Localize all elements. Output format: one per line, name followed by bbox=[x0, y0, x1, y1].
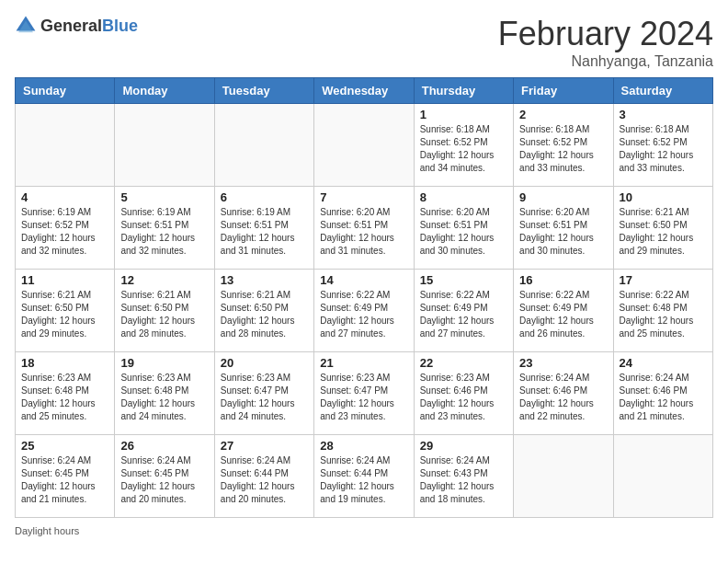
page-header: GeneralBlue February 2024 Nanhyanga, Tan… bbox=[15, 15, 713, 70]
day-info: Sunrise: 6:20 AM Sunset: 6:51 PM Dayligh… bbox=[320, 206, 407, 258]
day-number: 22 bbox=[420, 356, 507, 370]
day-number: 12 bbox=[120, 273, 208, 287]
day-info: Sunrise: 6:19 AM Sunset: 6:52 PM Dayligh… bbox=[21, 206, 108, 258]
day-info: Sunrise: 6:20 AM Sunset: 6:51 PM Dayligh… bbox=[519, 206, 607, 258]
weekday-header-saturday: Saturday bbox=[613, 78, 712, 104]
day-number: 2 bbox=[519, 108, 607, 121]
calendar-cell: 7Sunrise: 6:20 AM Sunset: 6:51 PM Daylig… bbox=[314, 187, 414, 270]
weekday-header-sunday: Sunday bbox=[16, 78, 115, 104]
day-number: 5 bbox=[120, 190, 208, 204]
day-info: Sunrise: 6:24 AM Sunset: 6:46 PM Dayligh… bbox=[620, 372, 707, 423]
day-info: Sunrise: 6:18 AM Sunset: 6:52 PM Dayligh… bbox=[420, 123, 507, 175]
calendar-cell: 27Sunrise: 6:24 AM Sunset: 6:44 PM Dayli… bbox=[214, 435, 313, 518]
calendar-cell bbox=[16, 104, 115, 187]
calendar-cell: 2Sunrise: 6:18 AM Sunset: 6:52 PM Daylig… bbox=[514, 104, 613, 187]
calendar-cell: 18Sunrise: 6:23 AM Sunset: 6:48 PM Dayli… bbox=[16, 352, 115, 435]
day-number: 7 bbox=[320, 190, 407, 204]
day-number: 25 bbox=[21, 439, 108, 453]
day-info: Sunrise: 6:22 AM Sunset: 6:49 PM Dayligh… bbox=[420, 289, 507, 340]
calendar-cell: 6Sunrise: 6:19 AM Sunset: 6:51 PM Daylig… bbox=[214, 187, 313, 270]
calendar-cell: 28Sunrise: 6:24 AM Sunset: 6:44 PM Dayli… bbox=[314, 435, 414, 518]
day-info: Sunrise: 6:19 AM Sunset: 6:51 PM Dayligh… bbox=[221, 206, 308, 258]
day-number: 11 bbox=[21, 273, 108, 287]
day-info: Sunrise: 6:20 AM Sunset: 6:51 PM Dayligh… bbox=[420, 206, 507, 258]
calendar-cell: 1Sunrise: 6:18 AM Sunset: 6:52 PM Daylig… bbox=[414, 104, 513, 187]
day-number: 24 bbox=[620, 356, 707, 370]
day-info: Sunrise: 6:23 AM Sunset: 6:47 PM Dayligh… bbox=[320, 372, 407, 423]
day-info: Sunrise: 6:22 AM Sunset: 6:49 PM Dayligh… bbox=[320, 289, 407, 340]
logo-icon bbox=[15, 15, 37, 37]
calendar-cell: 9Sunrise: 6:20 AM Sunset: 6:51 PM Daylig… bbox=[514, 187, 613, 270]
day-number: 27 bbox=[221, 439, 308, 453]
day-info: Sunrise: 6:24 AM Sunset: 6:44 PM Dayligh… bbox=[320, 454, 407, 506]
day-info: Sunrise: 6:23 AM Sunset: 6:48 PM Dayligh… bbox=[120, 372, 208, 423]
logo-text-blue: Blue bbox=[102, 17, 138, 35]
calendar-cell: 10Sunrise: 6:21 AM Sunset: 6:50 PM Dayli… bbox=[613, 187, 712, 270]
week-row-5: 25Sunrise: 6:24 AM Sunset: 6:45 PM Dayli… bbox=[16, 435, 713, 518]
day-number: 21 bbox=[320, 356, 407, 370]
calendar-cell: 21Sunrise: 6:23 AM Sunset: 6:47 PM Dayli… bbox=[314, 352, 414, 435]
calendar-cell: 15Sunrise: 6:22 AM Sunset: 6:49 PM Dayli… bbox=[414, 270, 513, 352]
calendar-cell bbox=[314, 104, 414, 187]
day-info: Sunrise: 6:22 AM Sunset: 6:48 PM Dayligh… bbox=[620, 289, 707, 340]
day-info: Sunrise: 6:24 AM Sunset: 6:44 PM Dayligh… bbox=[221, 454, 308, 506]
day-number: 18 bbox=[21, 356, 108, 370]
calendar-cell: 23Sunrise: 6:24 AM Sunset: 6:46 PM Dayli… bbox=[514, 352, 613, 435]
calendar-cell: 22Sunrise: 6:23 AM Sunset: 6:46 PM Dayli… bbox=[414, 352, 513, 435]
calendar-cell: 8Sunrise: 6:20 AM Sunset: 6:51 PM Daylig… bbox=[414, 187, 513, 270]
weekday-header-friday: Friday bbox=[514, 78, 613, 104]
day-info: Sunrise: 6:24 AM Sunset: 6:45 PM Dayligh… bbox=[21, 454, 108, 506]
calendar-cell: 29Sunrise: 6:24 AM Sunset: 6:43 PM Dayli… bbox=[414, 435, 513, 518]
day-info: Sunrise: 6:24 AM Sunset: 6:46 PM Dayligh… bbox=[519, 372, 607, 423]
calendar-cell bbox=[214, 104, 313, 187]
logo-text-general: General bbox=[40, 17, 102, 35]
week-row-2: 4Sunrise: 6:19 AM Sunset: 6:52 PM Daylig… bbox=[16, 187, 713, 270]
day-number: 15 bbox=[420, 273, 507, 287]
calendar-cell: 17Sunrise: 6:22 AM Sunset: 6:48 PM Dayli… bbox=[613, 270, 712, 352]
week-row-4: 18Sunrise: 6:23 AM Sunset: 6:48 PM Dayli… bbox=[16, 352, 713, 435]
day-number: 4 bbox=[21, 190, 108, 204]
weekday-header-row: SundayMondayTuesdayWednesdayThursdayFrid… bbox=[16, 78, 713, 104]
day-number: 1 bbox=[420, 108, 507, 121]
title-area: February 2024 Nanhyanga, Tanzania bbox=[498, 15, 713, 70]
day-info: Sunrise: 6:21 AM Sunset: 6:50 PM Dayligh… bbox=[221, 289, 308, 340]
weekday-header-thursday: Thursday bbox=[414, 78, 513, 104]
day-info: Sunrise: 6:22 AM Sunset: 6:49 PM Dayligh… bbox=[519, 289, 607, 340]
day-number: 29 bbox=[420, 439, 507, 453]
day-number: 26 bbox=[120, 439, 208, 453]
day-info: Sunrise: 6:21 AM Sunset: 6:50 PM Dayligh… bbox=[120, 289, 208, 340]
day-info: Sunrise: 6:23 AM Sunset: 6:46 PM Dayligh… bbox=[420, 372, 507, 423]
day-number: 10 bbox=[620, 190, 707, 204]
logo: GeneralBlue bbox=[15, 15, 138, 37]
day-number: 8 bbox=[420, 190, 507, 204]
day-number: 14 bbox=[320, 273, 407, 287]
day-info: Sunrise: 6:24 AM Sunset: 6:43 PM Dayligh… bbox=[420, 454, 507, 506]
day-number: 28 bbox=[320, 439, 407, 453]
day-info: Sunrise: 6:18 AM Sunset: 6:52 PM Dayligh… bbox=[519, 123, 607, 175]
calendar-cell bbox=[613, 435, 712, 518]
calendar-cell bbox=[514, 435, 613, 518]
day-info: Sunrise: 6:21 AM Sunset: 6:50 PM Dayligh… bbox=[21, 289, 108, 340]
day-info: Sunrise: 6:23 AM Sunset: 6:48 PM Dayligh… bbox=[21, 372, 108, 423]
day-info: Sunrise: 6:21 AM Sunset: 6:50 PM Dayligh… bbox=[620, 206, 707, 258]
day-number: 19 bbox=[120, 356, 208, 370]
calendar-cell: 26Sunrise: 6:24 AM Sunset: 6:45 PM Dayli… bbox=[115, 435, 214, 518]
footer-note: Daylight hours bbox=[15, 525, 713, 536]
day-info: Sunrise: 6:19 AM Sunset: 6:51 PM Dayligh… bbox=[120, 206, 208, 258]
weekday-header-tuesday: Tuesday bbox=[214, 78, 313, 104]
calendar-cell: 14Sunrise: 6:22 AM Sunset: 6:49 PM Dayli… bbox=[314, 270, 414, 352]
calendar-cell: 13Sunrise: 6:21 AM Sunset: 6:50 PM Dayli… bbox=[214, 270, 313, 352]
calendar-cell: 16Sunrise: 6:22 AM Sunset: 6:49 PM Dayli… bbox=[514, 270, 613, 352]
week-row-3: 11Sunrise: 6:21 AM Sunset: 6:50 PM Dayli… bbox=[16, 270, 713, 352]
daylight-hours-label: Daylight hours bbox=[15, 525, 79, 536]
weekday-header-wednesday: Wednesday bbox=[314, 78, 414, 104]
calendar-cell: 20Sunrise: 6:23 AM Sunset: 6:47 PM Dayli… bbox=[214, 352, 313, 435]
day-number: 6 bbox=[221, 190, 308, 204]
day-number: 23 bbox=[519, 356, 607, 370]
day-number: 9 bbox=[519, 190, 607, 204]
day-info: Sunrise: 6:18 AM Sunset: 6:52 PM Dayligh… bbox=[620, 123, 707, 175]
calendar-cell: 11Sunrise: 6:21 AM Sunset: 6:50 PM Dayli… bbox=[16, 270, 115, 352]
calendar-cell: 19Sunrise: 6:23 AM Sunset: 6:48 PM Dayli… bbox=[115, 352, 214, 435]
calendar-subtitle: Nanhyanga, Tanzania bbox=[498, 53, 713, 70]
calendar-title: February 2024 bbox=[498, 15, 713, 53]
